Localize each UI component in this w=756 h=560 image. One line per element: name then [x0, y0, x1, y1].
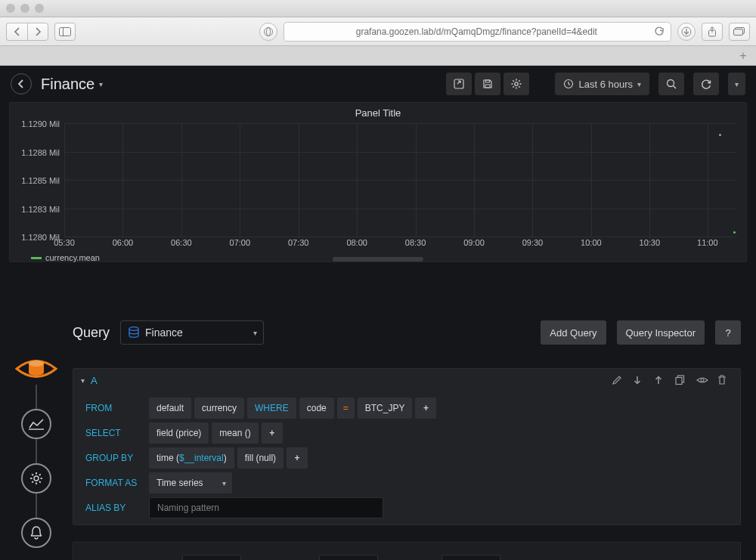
- add-query-button[interactable]: Add Query: [541, 320, 606, 345]
- dashboard-title-picker[interactable]: Finance ▾: [41, 76, 103, 93]
- svg-line-22: [673, 85, 676, 88]
- new-tab-button[interactable]: +: [735, 48, 751, 63]
- url-field[interactable]: grafana.goozen.lab/d/mQamqDmgz/finance?p…: [284, 22, 671, 42]
- svg-point-2: [264, 27, 272, 36]
- site-settings-button[interactable]: [259, 23, 277, 41]
- x-tick: 10:00: [581, 238, 602, 247]
- svg-point-38: [701, 379, 704, 382]
- refresh-button[interactable]: [693, 73, 719, 95]
- resize-handle[interactable]: [333, 257, 423, 261]
- save-button[interactable]: [475, 73, 500, 95]
- format-select[interactable]: Time series: [149, 472, 232, 493]
- format-keyword: FORMAT AS: [79, 472, 146, 493]
- y-tick: 1.1285 Mil: [21, 176, 64, 185]
- move-up-icon[interactable]: [654, 375, 669, 385]
- window-close[interactable]: [6, 4, 15, 13]
- time-shift-input[interactable]: [442, 555, 500, 560]
- collapse-icon: ▾: [81, 376, 85, 385]
- add-groupby-button[interactable]: +: [287, 447, 308, 469]
- y-tick: 1.1290 Mil: [21, 119, 64, 128]
- relative-time-input[interactable]: [319, 555, 378, 560]
- add-select-button[interactable]: +: [262, 422, 283, 444]
- query-row-header[interactable]: ▾ A: [73, 369, 740, 391]
- alias-keyword: ALIAS BY: [79, 497, 146, 518]
- groupby-fill-segment[interactable]: fill (null): [237, 447, 284, 469]
- data-point: [719, 134, 721, 136]
- svg-point-11: [515, 82, 518, 85]
- y-tick: 1.1283 Mil: [21, 205, 64, 214]
- edit-icon[interactable]: [612, 375, 627, 385]
- groupby-keyword: GROUP BY: [79, 447, 146, 469]
- chart-grid: 1.1290 Mil 1.1288 Mil 1.1285 Mil 1.1283 …: [64, 123, 737, 237]
- time-range-picker[interactable]: Last 6 hours ▾: [555, 73, 649, 95]
- back-button[interactable]: [11, 73, 32, 94]
- svg-line-17: [519, 86, 520, 87]
- help-button[interactable]: ?: [715, 320, 741, 345]
- chart-area[interactable]: 1.1290 Mil 1.1288 Mil 1.1285 Mil 1.1283 …: [64, 123, 737, 237]
- datasource-picker[interactable]: Finance ▾: [120, 320, 264, 345]
- query-inspector-button[interactable]: Query Inspector: [617, 320, 705, 345]
- window-zoom[interactable]: [35, 4, 44, 13]
- x-tick: 09:30: [522, 238, 544, 247]
- x-tick: 06:00: [113, 238, 134, 247]
- toggle-visibility-icon[interactable]: [696, 376, 711, 385]
- editor-nav: [15, 353, 57, 548]
- tabs-button[interactable]: [729, 23, 750, 41]
- min-interval-input[interactable]: [182, 555, 241, 560]
- svg-rect-37: [676, 378, 682, 385]
- reload-icon[interactable]: [654, 26, 665, 37]
- x-tick: 10:30: [640, 238, 661, 247]
- groupby-time-segment[interactable]: time ($__interval): [149, 447, 234, 469]
- svg-rect-0: [60, 27, 71, 36]
- svg-line-32: [39, 481, 41, 483]
- duplicate-icon[interactable]: [675, 375, 690, 385]
- refresh-interval-picker[interactable]: ▾: [728, 73, 745, 95]
- window-minimize[interactable]: [20, 4, 29, 13]
- delete-icon[interactable]: [717, 375, 733, 385]
- nav-forward-button[interactable]: [27, 23, 48, 41]
- alias-input[interactable]: Naming pattern: [149, 497, 383, 518]
- share-button[interactable]: [702, 23, 723, 41]
- from-measurement-segment[interactable]: currency: [194, 398, 244, 419]
- editor-section-title: Query: [73, 325, 110, 341]
- zoom-out-button[interactable]: [658, 73, 684, 95]
- x-tick: 07:30: [288, 238, 309, 247]
- nav-queries[interactable]: [15, 353, 57, 385]
- safari-toolbar: grafana.goozen.lab/d/mQamqDmgz/finance?p…: [0, 17, 756, 46]
- legend-swatch: [31, 257, 42, 259]
- nav-back-button[interactable]: [6, 23, 27, 41]
- svg-point-26: [34, 476, 39, 481]
- svg-rect-7: [734, 29, 743, 35]
- share-panel-button[interactable]: [446, 73, 472, 95]
- svg-point-21: [667, 79, 674, 86]
- from-db-segment[interactable]: default: [149, 398, 191, 419]
- add-where-button[interactable]: +: [415, 398, 436, 419]
- nav-visualization[interactable]: [21, 409, 51, 439]
- downloads-button[interactable]: [677, 23, 696, 41]
- sidebar-toggle-button[interactable]: [54, 23, 76, 41]
- where-keyword: WHERE: [247, 398, 296, 419]
- settings-button[interactable]: [503, 73, 529, 95]
- where-op-segment[interactable]: =: [337, 398, 355, 419]
- x-tick: 08:00: [346, 238, 367, 247]
- clock-icon: [563, 79, 574, 89]
- x-tick: 09:00: [463, 238, 485, 247]
- svg-point-3: [266, 27, 270, 36]
- x-tick: 07:00: [230, 238, 251, 247]
- chevron-down-icon: ▾: [637, 80, 641, 88]
- query-row: ▾ A FROM default currency WHERE code =: [73, 368, 741, 525]
- select-keyword: SELECT: [79, 422, 146, 444]
- move-down-icon[interactable]: [633, 375, 648, 385]
- nav-alert[interactable]: [21, 518, 51, 548]
- where-field-segment[interactable]: code: [299, 398, 334, 419]
- nav-general[interactable]: [21, 463, 51, 493]
- select-agg-segment[interactable]: mean (): [212, 422, 258, 444]
- dashboard-header: Finance ▾ Last 6 hours ▾ ▾: [0, 66, 756, 102]
- svg-line-33: [39, 474, 41, 475]
- svg-point-35: [129, 327, 138, 331]
- panel-title: Panel Title: [10, 103, 746, 123]
- select-field-segment[interactable]: field (price): [149, 422, 209, 444]
- x-tick: 08:30: [405, 238, 426, 247]
- where-value-segment[interactable]: BTC_JPY: [358, 398, 413, 419]
- svg-line-18: [519, 80, 520, 81]
